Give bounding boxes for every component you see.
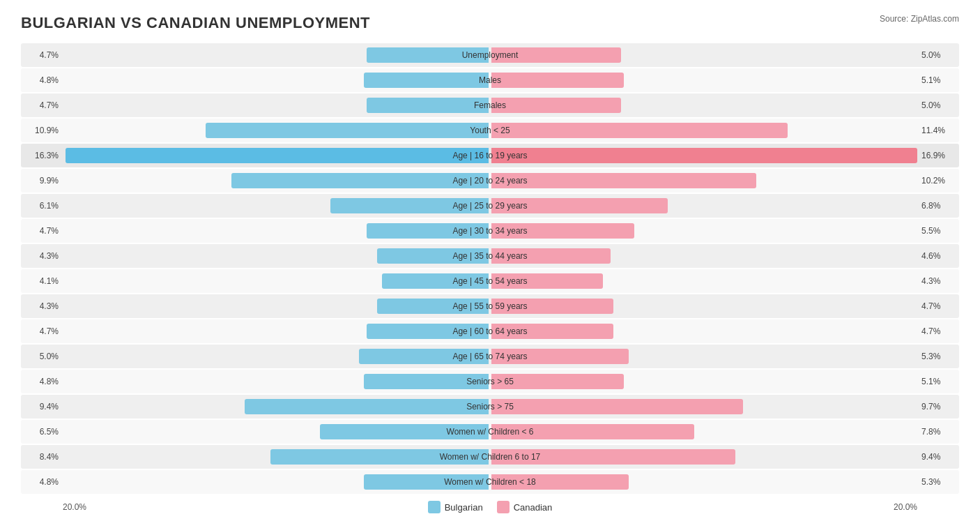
bar-right-value: 9.4% [917, 452, 959, 462]
axis-right-label: 20.0% [894, 502, 917, 512]
bar-left-area [63, 169, 490, 193]
bar-left-area [63, 319, 490, 343]
bar-right-area [490, 43, 917, 67]
bar-left-value: 4.7% [21, 326, 63, 336]
bar-left-value: 4.8% [21, 477, 63, 487]
legend-bulgarian-label: Bulgarian [445, 502, 483, 513]
bar-row: 10.9% Youth < 25 11.4% [21, 119, 959, 142]
bar-left-value: 4.7% [21, 50, 63, 60]
bar-left-value: 6.5% [21, 427, 63, 437]
bar-right-value: 4.7% [917, 301, 959, 311]
bar-left-value: 4.7% [21, 100, 63, 110]
bar-blue [367, 98, 489, 113]
bar-left-area [63, 345, 490, 368]
chart-source: Source: ZipAtlas.com [880, 14, 959, 24]
bar-right-value: 5.1% [917, 377, 959, 386]
bar-pink [491, 148, 917, 163]
bar-row: 4.1% Age | 45 to 54 years 4.3% [21, 269, 959, 293]
bar-right-area [490, 93, 917, 117]
bar-blue [245, 399, 489, 414]
legend-canadian-box [497, 501, 510, 513]
bar-row: 4.8% Males 5.1% [21, 68, 959, 92]
bar-label: Women w/ Children 6 to 17 [440, 452, 541, 462]
bar-label: Age | 20 to 24 years [452, 176, 527, 186]
bar-label: Males [479, 75, 501, 85]
bar-row: 5.0% Age | 65 to 74 years 5.3% [21, 345, 959, 368]
bar-left-area [63, 294, 490, 318]
bar-blue [364, 73, 489, 88]
bar-pink [491, 73, 624, 88]
bar-left-value: 8.4% [21, 452, 63, 462]
bar-right-value: 7.8% [917, 427, 959, 437]
bar-pink [491, 173, 756, 188]
bar-label: Age | 45 to 54 years [452, 276, 527, 286]
bar-label: Seniors > 65 [466, 377, 514, 386]
bar-right-area [490, 219, 917, 243]
bar-row: 4.3% Age | 55 to 59 years 4.7% [21, 294, 959, 318]
bar-left-value: 4.8% [21, 75, 63, 85]
bar-right-area [490, 395, 917, 418]
bar-left-value: 4.3% [21, 301, 63, 311]
bar-right-area [490, 345, 917, 368]
bar-label: Age | 55 to 59 years [452, 301, 527, 311]
bar-label: Seniors > 75 [466, 402, 514, 412]
bar-left-value: 9.9% [21, 176, 63, 186]
axis-left-label: 20.0% [63, 502, 86, 512]
bar-row: 4.8% Seniors > 65 5.1% [21, 370, 959, 393]
bar-left-area [63, 269, 490, 293]
bar-left-area [63, 43, 490, 67]
bar-right-value: 6.8% [917, 201, 959, 211]
bar-left-value: 6.1% [21, 201, 63, 211]
legend-bulgarian-box [428, 501, 441, 513]
bar-right-value: 5.0% [917, 50, 959, 60]
bar-left-value: 5.0% [21, 352, 63, 361]
bar-left-value: 4.8% [21, 377, 63, 386]
bar-right-value: 9.7% [917, 402, 959, 412]
chart-title: BULGARIAN VS CANADIAN UNEMPLOYMENT [21, 14, 370, 32]
bar-left-area [63, 119, 490, 142]
bar-right-value: 5.5% [917, 226, 959, 236]
bar-left-area [63, 395, 490, 418]
bar-right-value: 11.4% [917, 126, 959, 135]
bar-blue [231, 173, 489, 188]
bar-right-value: 5.1% [917, 75, 959, 85]
bar-left-value: 9.4% [21, 402, 63, 412]
legend-bulgarian: Bulgarian [428, 501, 483, 513]
bar-row: 6.1% Age | 25 to 29 years 6.8% [21, 194, 959, 218]
bar-row: 4.7% Age | 60 to 64 years 4.7% [21, 319, 959, 343]
bar-label: Age | 60 to 64 years [452, 326, 527, 336]
bar-label: Unemployment [462, 50, 519, 60]
bar-row: 4.7% Females 5.0% [21, 93, 959, 117]
bar-right-value: 5.3% [917, 352, 959, 361]
bar-left-area [63, 68, 490, 92]
bar-label: Age | 65 to 74 years [452, 352, 527, 361]
bar-label: Females [474, 100, 506, 110]
bar-label: Women w/ Children < 18 [444, 477, 536, 487]
bar-right-area [490, 169, 917, 193]
bar-label: Youth < 25 [470, 126, 510, 135]
bar-row: 9.4% Seniors > 75 9.7% [21, 395, 959, 418]
chart-container: BULGARIAN VS CANADIAN UNEMPLOYMENT Sourc… [0, 0, 980, 528]
bar-right-area [490, 370, 917, 393]
bar-right-area [490, 194, 917, 218]
bar-right-area [490, 294, 917, 318]
bar-pink [491, 123, 788, 138]
bar-right-area [490, 244, 917, 268]
bar-right-value: 5.3% [917, 477, 959, 487]
bar-row: 4.7% Age | 30 to 34 years 5.5% [21, 219, 959, 243]
bar-label: Age | 16 to 19 years [452, 151, 527, 160]
bar-row: 4.3% Age | 35 to 44 years 4.6% [21, 244, 959, 268]
bar-row: 4.7% Unemployment 5.0% [21, 43, 959, 67]
bar-right-value: 4.3% [917, 276, 959, 286]
bar-right-value: 4.6% [917, 251, 959, 261]
bar-row: 16.3% Age | 16 to 19 years 16.9% [21, 144, 959, 167]
bar-label: Age | 25 to 29 years [452, 201, 527, 211]
legend-canadian: Canadian [497, 501, 553, 513]
bar-right-value: 10.2% [917, 176, 959, 186]
bar-pink [491, 98, 621, 113]
bar-right-area [490, 445, 917, 469]
chart-footer: 20.0% Bulgarian Canadian 20.0% [21, 501, 959, 513]
bar-left-value: 4.1% [21, 276, 63, 286]
chart-header: BULGARIAN VS CANADIAN UNEMPLOYMENT Sourc… [21, 14, 959, 32]
bar-row: 6.5% Women w/ Children < 6 7.8% [21, 420, 959, 444]
